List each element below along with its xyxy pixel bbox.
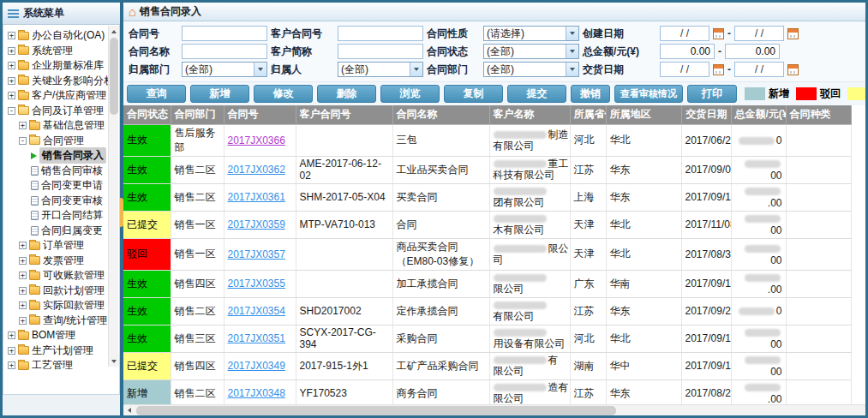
contract-no-link[interactable]: 2017JX0366 bbox=[228, 134, 285, 146]
expander-icon[interactable]: + bbox=[8, 331, 15, 339]
cell-contract-kind bbox=[786, 297, 851, 325]
search-button[interactable]: 查询 bbox=[127, 85, 186, 103]
expander-icon[interactable]: + bbox=[8, 92, 15, 99]
sidebar-item-customer-supplier[interactable]: +客户/供应商管理 bbox=[6, 88, 107, 104]
expander-icon[interactable]: + bbox=[19, 317, 27, 325]
sidebar-item-standard-lib[interactable]: +企业期量标准库 bbox=[6, 58, 107, 74]
expander-icon[interactable]: + bbox=[19, 122, 27, 129]
expander-icon[interactable]: - bbox=[19, 137, 27, 145]
chevron-down-icon[interactable] bbox=[566, 45, 578, 58]
scrollbar-thumb[interactable] bbox=[136, 406, 616, 415]
sidebar-scrollbar[interactable] bbox=[108, 26, 118, 367]
contract-no-link[interactable]: 2017JX0355 bbox=[228, 278, 285, 290]
calendar-icon[interactable] bbox=[713, 28, 724, 39]
sidebar-item-open-contract-settle[interactable]: 开口合同结算 bbox=[6, 208, 107, 224]
sidebar-item-payment-plan-mgmt[interactable]: +回款计划管理 bbox=[6, 284, 107, 299]
expander-icon[interactable]: + bbox=[19, 272, 27, 279]
sidebar-item-basic-info[interactable]: +基础信息管理 bbox=[6, 118, 107, 134]
scroll-up-icon[interactable] bbox=[109, 26, 119, 37]
home-icon: ⌂ bbox=[129, 5, 136, 18]
owner-dept-select[interactable]: (全部) bbox=[182, 62, 267, 77]
scrollbar-thumb[interactable] bbox=[110, 38, 118, 115]
create-date-from-input[interactable]: / / bbox=[660, 26, 709, 41]
owner-select[interactable]: (全部) bbox=[338, 62, 423, 77]
contract-no-link[interactable]: 2017JX0351 bbox=[228, 332, 285, 344]
expander-icon[interactable]: + bbox=[8, 47, 15, 55]
print-button[interactable]: 打印 bbox=[687, 85, 737, 103]
sidebar-item-system-mgmt[interactable]: +系统管理 bbox=[6, 44, 107, 59]
contract-no-link[interactable]: 2017JX0349 bbox=[228, 360, 285, 372]
calendar-icon[interactable] bbox=[787, 64, 799, 75]
sidebar-title: 系统菜单 bbox=[23, 6, 64, 21]
view-review-status-button[interactable]: 查看审核情况 bbox=[614, 85, 683, 103]
sidebar-item-invoice-mgmt[interactable]: +发票管理 bbox=[6, 254, 107, 269]
expander-icon[interactable]: - bbox=[8, 107, 15, 115]
horizontal-scrollbar[interactable] bbox=[123, 404, 868, 415]
expander-icon[interactable]: + bbox=[19, 287, 27, 295]
delete-button[interactable]: 删除 bbox=[317, 85, 376, 103]
sidebar-item-process-mgmt[interactable]: +工艺管理 bbox=[6, 358, 107, 373]
expander-icon[interactable]: + bbox=[19, 302, 27, 309]
calendar-icon[interactable] bbox=[787, 28, 799, 39]
expander-icon[interactable]: + bbox=[8, 62, 15, 69]
expander-icon[interactable]: + bbox=[19, 257, 27, 265]
delivery-date-from-input[interactable]: / / bbox=[660, 62, 709, 77]
customer-abbr-input[interactable] bbox=[338, 44, 423, 59]
contract-status-select[interactable]: (全部) bbox=[483, 44, 579, 59]
sidebar-item-contract-change-request[interactable]: 合同变更申请 bbox=[6, 178, 107, 194]
contract-dept-select[interactable]: (全部) bbox=[483, 62, 579, 77]
contract-no-link[interactable]: 2017JX0361 bbox=[228, 191, 285, 203]
submit-button[interactable]: 提交 bbox=[507, 85, 566, 103]
folder-icon bbox=[29, 122, 40, 130]
contract-no-link[interactable]: 2017JX0348 bbox=[228, 387, 285, 399]
scroll-down-icon[interactable] bbox=[109, 355, 119, 367]
browse-button[interactable]: 浏览 bbox=[380, 85, 440, 103]
sidebar-item-sales-contract-review[interactable]: 销售合同审核 bbox=[6, 164, 107, 179]
expander-icon[interactable]: + bbox=[8, 32, 15, 39]
sidebar-item-actual-payment-mgmt[interactable]: +实际回款管理 bbox=[6, 298, 107, 314]
modify-button[interactable]: 修改 bbox=[254, 85, 313, 103]
expander-icon[interactable]: + bbox=[19, 242, 27, 249]
chevron-down-icon[interactable] bbox=[566, 63, 578, 76]
contract-no-link[interactable]: 2017JX0357 bbox=[228, 248, 285, 260]
delivery-date-to-input[interactable]: / / bbox=[734, 62, 784, 77]
sidebar-item-production-plan-mgmt[interactable]: +生产计划管理 bbox=[6, 343, 107, 359]
sidebar-item-contract-mgmt[interactable]: -合同管理 bbox=[6, 134, 107, 149]
contract-no-link[interactable]: 2017JX0359 bbox=[228, 218, 285, 230]
contract-name-input[interactable] bbox=[182, 44, 267, 59]
table-row: 驳回 销售一区 2017JX0357 商品买卖合同（EM80-03修复） 限公司… bbox=[123, 238, 851, 270]
col-total-amount: 总金额/元(¥) bbox=[731, 105, 786, 124]
expander-icon[interactable]: + bbox=[8, 77, 15, 85]
contract-no-input[interactable] bbox=[182, 26, 267, 41]
sidebar-item-query-stats-mgmt[interactable]: +查询/统计管理 bbox=[6, 314, 107, 329]
chevron-down-icon[interactable] bbox=[566, 27, 578, 40]
sidebar-item-receivable-mgmt[interactable]: +可收账款管理 bbox=[6, 268, 107, 284]
sidebar-item-order-mgmt[interactable]: +订单管理 bbox=[6, 238, 107, 254]
cell-contract-dept: 销售三区 bbox=[171, 325, 224, 352]
sidebar-item-contract-change-review[interactable]: 合同变更审核 bbox=[6, 194, 107, 209]
expander-icon[interactable]: + bbox=[8, 347, 15, 355]
customer-contract-no-input[interactable] bbox=[338, 26, 423, 41]
copy-button[interactable]: 复制 bbox=[444, 85, 503, 103]
sidebar-item-contract-ownership-change[interactable]: 合同归属变更 bbox=[6, 224, 107, 239]
calendar-icon[interactable] bbox=[713, 64, 724, 75]
splitter-collapse-handle[interactable] bbox=[120, 198, 123, 227]
contract-no-link[interactable]: 2017JX0362 bbox=[228, 164, 285, 176]
amount-to-input[interactable]: 0.00 bbox=[725, 44, 780, 59]
contract-no-link[interactable]: 2017JX0354 bbox=[228, 305, 285, 317]
sidebar-item-key-business[interactable]: +关键业务影响分析 bbox=[6, 74, 107, 89]
expander-icon[interactable]: + bbox=[8, 361, 15, 369]
amount-from-input[interactable]: 0.00 bbox=[660, 44, 715, 59]
contract-nature-select[interactable]: (请选择) bbox=[483, 26, 579, 41]
sidebar-item-label: 客户/供应商管理 bbox=[32, 88, 106, 103]
create-date-to-input[interactable]: / / bbox=[734, 26, 784, 41]
sidebar-item-contract-order-mgmt[interactable]: -合同及订单管理 bbox=[6, 104, 107, 119]
sidebar-item-sales-contract-entry[interactable]: 销售合同录入 bbox=[6, 148, 107, 164]
chevron-down-icon[interactable] bbox=[254, 63, 266, 76]
sidebar-item-oa[interactable]: +办公自动化(OA) bbox=[6, 28, 107, 44]
add-button[interactable]: 新增 bbox=[190, 85, 249, 103]
revoke-button[interactable]: 撤销 bbox=[571, 85, 610, 103]
scroll-left-icon[interactable] bbox=[123, 405, 135, 416]
sidebar-item-bom-mgmt[interactable]: +BOM管理 bbox=[6, 328, 107, 343]
chevron-down-icon[interactable] bbox=[410, 63, 422, 76]
